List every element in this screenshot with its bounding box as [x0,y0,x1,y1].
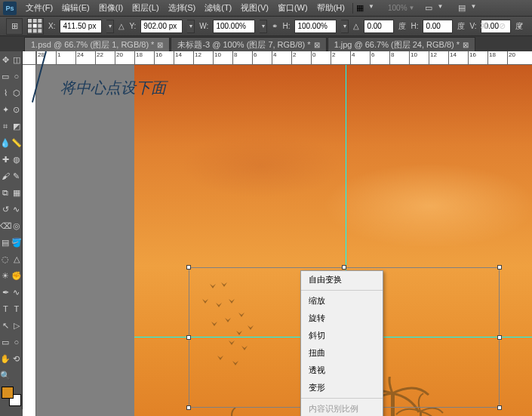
tool-move[interactable]: ✥ [0,51,11,68]
ctx-rotate[interactable]: 旋转 [301,310,383,327]
tool-artboard[interactable]: ◫ [11,51,23,68]
tool-pen[interactable]: ✒ [0,284,11,300]
close-icon[interactable]: ⊠ [463,41,469,49]
menu-1[interactable]: 编辑(E) [57,0,94,16]
menu-6[interactable]: 视图(V) [236,0,273,16]
ctx-perspective[interactable]: 透视 [301,362,383,379]
tool-zoom[interactable]: 🔍 [0,367,11,384]
transform-ref-icon[interactable]: ⊞ [6,18,23,35]
menu-8[interactable]: 帮助(H) [312,0,349,16]
tool-magic-wand[interactable]: ✦ [0,101,11,118]
tool-pencil[interactable]: ✎ [11,168,23,184]
zoom-combo[interactable]: 100% [388,4,407,12]
handle-top-right[interactable] [497,265,502,270]
delta-icon[interactable]: △ [118,22,125,30]
tool-dodge[interactable]: ☀ [0,267,11,284]
tool-slice[interactable]: ◩ [11,118,23,134]
menu-7[interactable]: 窗口(W) [273,0,312,16]
h-input[interactable] [294,20,337,33]
w-input[interactable] [213,20,255,33]
ctx-free-transform[interactable]: 自由变换 [301,271,383,288]
cancel-transform-icon[interactable]: ⊘ [496,20,508,32]
link-wh-icon[interactable]: ⚭ [272,22,278,30]
ctx-warp[interactable]: 变形 [301,379,383,396]
handle-bot-left[interactable] [186,405,191,410]
document-tab[interactable]: 未标题-3 @ 100% (图层 7, RGB/8) *⊠ [171,37,326,51]
tool-marquee-ellipse[interactable]: ○ [11,68,23,85]
canvas-area: 2812422201816141210864202468101214161820 [23,51,532,416]
ctx-distort[interactable]: 扭曲 [301,344,383,362]
tool-type[interactable]: T [0,300,11,317]
tool-healing[interactable]: ✚ [0,151,11,168]
menu-3[interactable]: 图层(L) [128,0,163,16]
tool-blur[interactable]: ◌ [0,251,11,267]
tool-eyedropper[interactable]: 💧 [0,134,11,151]
x-input[interactable] [60,20,102,33]
handle-mid-left[interactable] [186,335,191,340]
layout-dropdown-icon[interactable]: ▼ [368,3,379,14]
tool-sharpen[interactable]: △ [11,251,23,267]
workspace-icon[interactable]: ▤ [458,3,469,14]
angle-input[interactable] [364,20,394,33]
tool-history-brush[interactable]: ↺ [0,201,11,217]
ruler-horizontal[interactable]: 2812422201816141210864202468101214161820 [36,51,532,65]
handle-top-mid[interactable] [342,265,346,270]
tool-rectangle[interactable]: ▭ [0,334,11,350]
commit-transform-icon[interactable]: ✓ [514,20,526,32]
menu-5[interactable]: 滤镜(T) [200,0,236,16]
x-drop[interactable]: ▾ [106,20,114,33]
tool-lasso[interactable]: ⌇ [0,85,11,101]
ruler-tick: 6 [252,51,272,64]
tool-crop[interactable]: ⌗ [0,118,11,134]
ctx-skew[interactable]: 斜切 [301,327,383,344]
menu-0[interactable]: 文件(F) [21,0,57,16]
warp-mode-icon[interactable]: ⌘ [478,20,490,32]
menu-4[interactable]: 选择(S) [164,0,201,16]
tool-hand[interactable]: ✋ [0,350,11,367]
foreground-color[interactable] [2,387,14,399]
tool-direct[interactable]: ▷ [11,317,23,334]
tool-polygon-lasso[interactable]: ⬡ [11,85,23,101]
tool-patch[interactable]: ◍ [11,151,23,168]
tool-eraser[interactable]: ⌫ [0,217,11,234]
tool-brush[interactable]: 🖌 [0,168,11,184]
ruler-origin[interactable] [23,51,36,65]
tool-pattern[interactable]: ▦ [11,184,23,201]
tool-type-v[interactable]: T [11,300,23,317]
tool-burn[interactable]: ✊ [11,267,23,284]
ctx-scale[interactable]: 缩放 [301,292,383,310]
tool-path[interactable]: ↖ [0,317,11,334]
tool-rotate[interactable]: ⟲ [11,350,23,367]
tool-quick-select[interactable]: ⊙ [11,101,23,118]
handle-bot-right[interactable] [497,405,502,410]
tool-ruler[interactable]: 📏 [11,134,23,151]
tool-bg-eraser[interactable]: ◎ [11,217,22,234]
tool-clone[interactable]: ⧉ [0,184,11,201]
reference-point-icon[interactable] [27,18,44,35]
y-drop[interactable]: ▾ [187,20,195,33]
document-tab[interactable]: 1.psd @ 66.7% (图层 1, RGB/8) *⊠ [24,37,170,51]
w-drop[interactable]: ▾ [260,20,267,33]
handle-mid-right[interactable] [497,335,502,340]
color-swatches[interactable] [0,384,22,409]
screen-mode-icon[interactable]: ▭ [425,3,435,14]
ruler-vertical[interactable] [23,65,36,416]
h-drop[interactable]: ▾ [341,20,349,33]
shear-h-input[interactable] [423,20,453,33]
menu-2[interactable]: 图像(I) [94,0,128,16]
handle-top-left[interactable] [186,265,191,270]
tool-freeform[interactable]: ∿ [11,284,23,300]
screen-mode-dropdown-icon[interactable]: ▼ [437,3,447,14]
tool-bucket[interactable]: 🪣 [11,234,23,251]
tool-gradient[interactable]: ▤ [0,234,11,251]
workspace-dropdown-icon[interactable]: ▼ [470,3,481,14]
close-icon[interactable]: ⊠ [157,41,163,49]
layout-icon[interactable]: ▦ [356,3,367,14]
tool-art-history[interactable]: ∿ [11,201,23,217]
tool-ellipse[interactable]: ○ [11,334,23,350]
close-icon[interactable]: ⊠ [314,41,320,49]
y-input[interactable] [140,20,183,33]
tool-marquee-rect[interactable]: ▭ [0,68,11,85]
document-tab[interactable]: 1.jpg @ 66.7% (图层 24, RGB/8) *⊠ [328,37,475,51]
zoom-dropdown-icon[interactable]: ▼ [409,5,415,11]
